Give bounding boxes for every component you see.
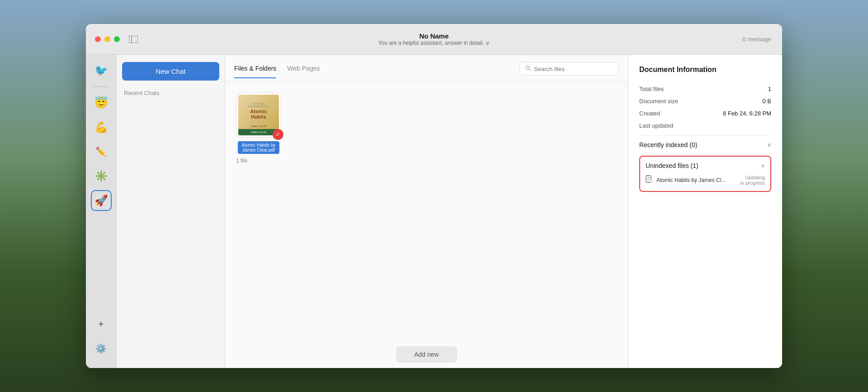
app-subtitle: You are a helpful assistant, answer in d… — [378, 40, 490, 46]
main-layout: 🐦 😇 💪 ✏️ ✳️ 🚀 + — [86, 55, 782, 368]
total-files-label: Total files — [639, 86, 664, 92]
traffic-lights — [95, 36, 120, 42]
message-count: 0 message — [742, 36, 771, 43]
files-tabs: Files & Folders Web Pages — [225, 55, 628, 81]
info-row-doc-size: Document size 0 B — [639, 95, 771, 107]
svg-line-3 — [529, 69, 531, 71]
app-title: No Name — [378, 32, 490, 40]
title-bar: No Name You are a helpful assistant, ans… — [86, 24, 782, 55]
created-value: 8 Feb 24, 6:28 PM — [723, 110, 771, 117]
sidebar-item-bird[interactable]: 🐦 — [91, 60, 112, 81]
unindexed-chevron: ∨ — [761, 163, 765, 169]
file-grid: Tiny Changes,Remarkable Results AtomicHa… — [236, 92, 617, 154]
info-row-last-updated: Last updated — [639, 120, 771, 132]
last-updated-label: Last updated — [639, 122, 673, 129]
icon-sidebar: 🐦 😇 💪 ✏️ ✳️ 🚀 + — [86, 55, 117, 368]
tab-files-folders[interactable]: Files & Folders — [234, 65, 276, 78]
sidebar-item-pencil[interactable]: ✏️ — [91, 141, 112, 162]
search-box — [519, 62, 619, 76]
sidebar-divider — [93, 86, 109, 87]
book-cover: Tiny Changes,Remarkable Results AtomicHa… — [238, 95, 279, 135]
add-button[interactable]: + — [91, 314, 112, 335]
sidebar-toggle[interactable] — [129, 36, 138, 43]
title-center: No Name You are a helpful assistant, ans… — [378, 32, 490, 46]
unindexed-file-name: Atomic Habits by James Cl... — [656, 177, 737, 183]
app-window: No Name You are a helpful assistant, ans… — [86, 24, 782, 368]
total-files-value: 1 — [768, 86, 771, 92]
svg-rect-0 — [129, 36, 138, 43]
svg-point-2 — [526, 66, 530, 70]
unindexed-title: Unindexed files (1) — [646, 162, 698, 169]
verified-badge: ✓ — [273, 129, 283, 140]
sidebar-item-angel[interactable]: 😇 — [91, 92, 112, 113]
add-new-button[interactable]: Add new — [396, 346, 457, 363]
file-count: 1 file — [236, 158, 617, 164]
files-content: Tiny Changes,Remarkable Results AtomicHa… — [225, 81, 628, 341]
chevron-down-icon[interactable]: ∨ — [486, 40, 490, 46]
sidebar-item-sparkle[interactable]: ✳️ — [91, 166, 112, 186]
sidebar-bottom: + ⚙️ — [91, 314, 112, 363]
recent-chats-label: Recent Chats — [122, 90, 219, 96]
new-chat-button[interactable]: New Chat — [122, 62, 219, 81]
maximize-button[interactable] — [114, 36, 120, 42]
search-icon — [525, 65, 531, 72]
file-thumbnail: Tiny Changes,Remarkable Results AtomicHa… — [236, 92, 281, 138]
minimize-button[interactable] — [104, 36, 110, 42]
recently-indexed-chevron: ∨ — [767, 142, 771, 148]
subtitle-text: You are a helpful assistant, answer in d… — [378, 40, 484, 46]
updating-status: Updatingin progress — [741, 175, 765, 186]
files-footer: Add new — [225, 341, 628, 368]
doc-info-panel: Document Information Total files 1 Docum… — [628, 55, 782, 368]
search-input[interactable] — [534, 66, 613, 72]
unindexed-section: Unindexed files (1) ∨ Atomic Habits by — [639, 156, 771, 192]
doc-size-label: Document size — [639, 98, 678, 105]
recently-indexed-section[interactable]: Recently indexed (0) ∨ — [639, 135, 771, 152]
recently-indexed-title: Recently indexed (0) — [639, 141, 697, 148]
close-button[interactable] — [95, 36, 101, 42]
info-row-created: Created 8 Feb 24, 6:28 PM — [639, 107, 771, 120]
file-name-badge: Atomic Habits byJames Clear.pdf — [238, 141, 279, 154]
doc-info-title: Document Information — [639, 66, 771, 74]
files-panel: Files & Folders Web Pages — [225, 55, 628, 368]
settings-button[interactable]: ⚙️ — [91, 338, 112, 359]
sidebar-item-muscle[interactable]: 💪 — [91, 117, 112, 138]
info-row-total-files: Total files 1 — [639, 83, 771, 95]
tab-web-pages[interactable]: Web Pages — [287, 65, 320, 78]
unindexed-item: Atomic Habits by James Cl... Updatingin … — [646, 175, 765, 186]
document-icon — [646, 175, 653, 185]
unindexed-header[interactable]: Unindexed files (1) ∨ — [646, 162, 765, 169]
chats-panel: New Chat Recent Chats — [117, 55, 225, 368]
created-label: Created — [639, 110, 660, 117]
file-item[interactable]: Tiny Changes,Remarkable Results AtomicHa… — [236, 92, 281, 154]
sidebar-item-rocket[interactable]: 🚀 — [91, 190, 112, 211]
doc-size-value: 0 B — [762, 98, 771, 105]
